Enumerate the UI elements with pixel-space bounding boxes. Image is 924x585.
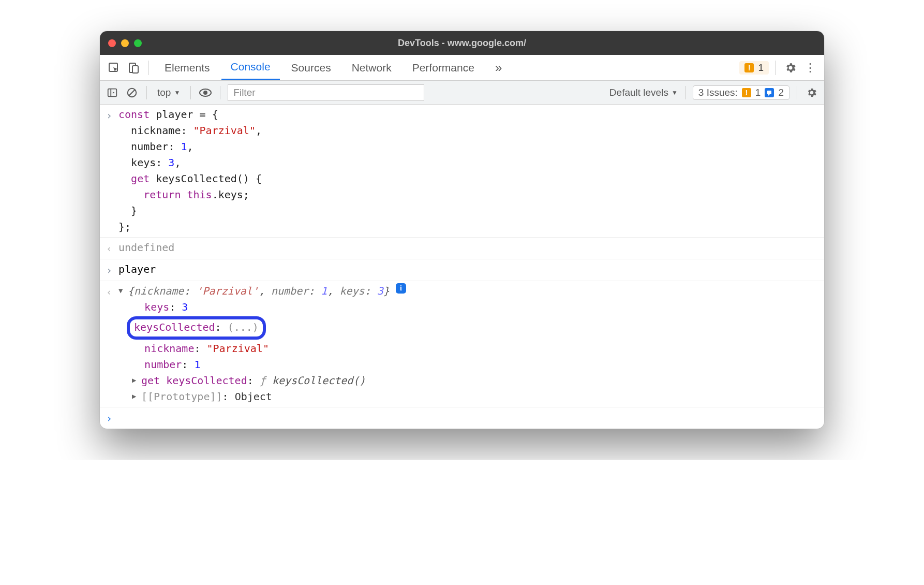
chevron-down-icon: ▼	[672, 89, 678, 96]
output-chevron-icon: ‹	[100, 240, 118, 257]
object-tree: keys: 3 keysCollected: (...) nickname: "…	[118, 299, 818, 405]
log-levels-selector[interactable]: Default levels ▼	[609, 87, 678, 98]
output-chevron-icon: ‹	[100, 283, 118, 405]
console-toolbar: top ▼ Filter Default levels ▼ 3 Issues: …	[100, 81, 824, 105]
minimize-window-button[interactable]	[121, 39, 129, 47]
input-chevron-icon: ›	[100, 107, 118, 235]
highlight-ring: keysCollected: (...)	[127, 316, 266, 340]
tab-sources[interactable]: Sources	[282, 55, 340, 80]
expr-input: player	[118, 261, 824, 279]
settings-icon[interactable]	[782, 62, 799, 74]
console-prompt[interactable]: ›	[100, 407, 824, 429]
svg-rect-3	[108, 89, 117, 96]
tree-row-getter[interactable]: get keysCollected: ƒ keysCollected()	[132, 373, 818, 389]
disclosure-triangle-icon[interactable]	[118, 283, 128, 297]
tab-console[interactable]: Console	[221, 55, 280, 80]
filter-placeholder: Filter	[233, 87, 255, 98]
svg-line-6	[129, 90, 135, 95]
object-summary-row[interactable]: {nickname: 'Parzival', number: 1, keys: …	[118, 283, 818, 299]
live-expression-icon[interactable]	[198, 89, 213, 97]
tabs-overflow-button[interactable]: »	[486, 55, 511, 80]
maximize-window-button[interactable]	[134, 39, 142, 47]
console-body: › const player = { nickname: "Parzival",…	[100, 105, 824, 429]
context-label: top	[157, 87, 171, 98]
clear-console-icon[interactable]	[125, 87, 139, 98]
console-input-row[interactable]: › const player = { nickname: "Parzival",…	[100, 105, 824, 238]
traffic-lights	[108, 39, 142, 47]
tabs-bar: Elements Console Sources Network Perform…	[100, 55, 824, 81]
info-icon	[765, 88, 774, 97]
warnings-badge[interactable]: ! 1	[739, 61, 769, 75]
filter-input[interactable]: Filter	[228, 84, 424, 101]
tab-performance[interactable]: Performance	[403, 55, 484, 80]
titlebar: DevTools - www.google.com/	[100, 31, 824, 55]
tree-row-nickname[interactable]: nickname: "Parzival"	[132, 341, 818, 357]
context-selector[interactable]: top ▼	[154, 87, 183, 98]
warnings-count: 1	[758, 62, 764, 74]
issues-warn-count: 1	[755, 87, 761, 98]
device-toolbar-icon[interactable]	[125, 62, 142, 74]
inspect-element-icon[interactable]	[105, 62, 123, 74]
tab-elements[interactable]: Elements	[155, 55, 219, 80]
tree-row-keys[interactable]: keys: 3	[132, 299, 818, 315]
window-title: DevTools - www.google.com/	[100, 38, 824, 49]
issues-button[interactable]: 3 Issues: ! 1 2	[693, 85, 789, 100]
toggle-sidebar-icon[interactable]	[105, 87, 120, 98]
warning-icon: !	[744, 63, 754, 72]
close-window-button[interactable]	[108, 39, 116, 47]
tab-network[interactable]: Network	[342, 55, 401, 80]
prompt-chevron-icon: ›	[100, 410, 118, 427]
levels-label: Default levels	[609, 87, 668, 98]
warning-icon: !	[742, 88, 751, 97]
result-undefined: undefined	[118, 240, 824, 257]
tree-row-keyscollected[interactable]: keysCollected: (...)	[132, 316, 818, 340]
console-input-row[interactable]: › player	[100, 259, 824, 281]
devtools-window: DevTools - www.google.com/ Elements Cons…	[100, 31, 824, 429]
console-output-row: ‹ {nickname: 'Parzival', number: 1, keys…	[100, 281, 824, 407]
more-options-icon[interactable]: ⋮	[801, 61, 819, 75]
console-output-row: ‹ undefined	[100, 238, 824, 259]
object-summary: {nickname: 'Parzival', number: 1, keys: …	[128, 283, 390, 299]
disclosure-triangle-icon[interactable]	[132, 373, 141, 386]
disclosure-triangle-icon[interactable]	[132, 389, 141, 402]
tree-row-number[interactable]: number: 1	[132, 357, 818, 373]
chevron-down-icon: ▼	[174, 89, 180, 96]
svg-rect-9	[767, 91, 771, 94]
info-icon[interactable]: i	[396, 283, 406, 294]
input-chevron-icon: ›	[100, 261, 118, 279]
tree-row-prototype[interactable]: [[Prototype]]: Object	[132, 389, 818, 405]
code-input: const player = { nickname: "Parzival", n…	[118, 107, 818, 235]
svg-rect-2	[132, 66, 138, 73]
svg-point-8	[203, 91, 207, 95]
issues-info-count: 2	[778, 87, 784, 98]
console-settings-icon[interactable]	[804, 87, 819, 98]
issues-label: 3 Issues:	[698, 87, 738, 98]
